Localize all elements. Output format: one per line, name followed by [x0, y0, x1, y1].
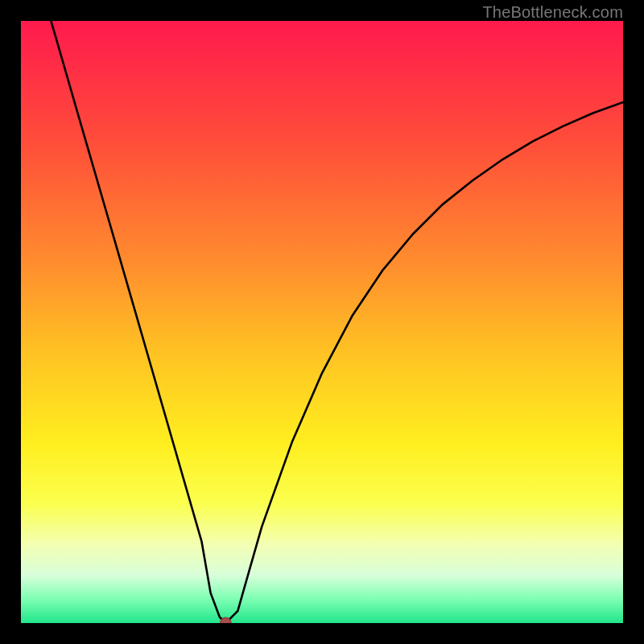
bottleneck-curve [21, 21, 623, 623]
plot-area [21, 21, 623, 623]
chart-frame: TheBottleneck.com [0, 0, 644, 644]
source-label: TheBottleneck.com [482, 3, 623, 22]
minimum-marker [221, 617, 231, 623]
